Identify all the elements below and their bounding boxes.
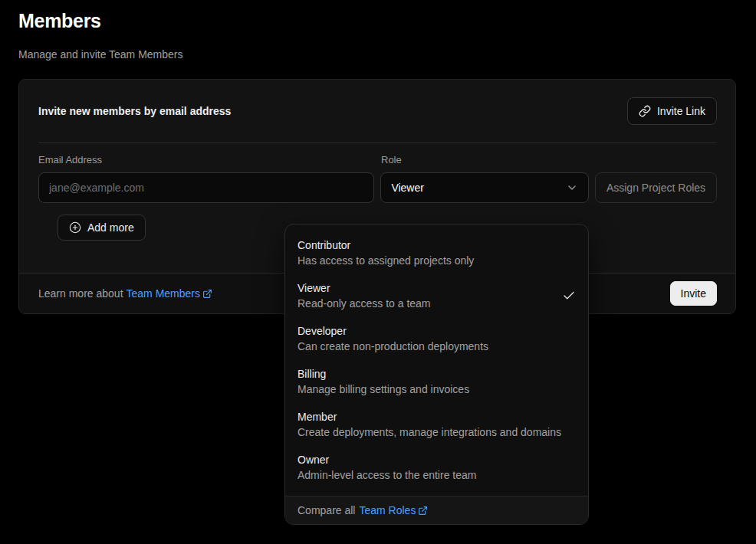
plus-circle-icon	[69, 221, 81, 234]
form-inputs: Viewer Assign Project Roles	[38, 172, 717, 203]
role-select[interactable]: Viewer	[380, 172, 589, 203]
role-option-description: Has access to assigned projects only	[297, 253, 474, 268]
role-option-viewer[interactable]: Viewer Read-only access to a team	[285, 274, 588, 317]
add-more-button[interactable]: Add more	[58, 215, 146, 241]
role-dropdown-list: Contributor Has access to assigned proje…	[285, 224, 588, 496]
external-link-icon	[418, 506, 428, 516]
add-more-label: Add more	[87, 221, 134, 234]
role-select-value: Viewer	[391, 182, 424, 194]
role-option-name: Member	[297, 409, 561, 424]
invite-link-button[interactable]: Invite Link	[627, 97, 717, 125]
assign-project-roles-button[interactable]: Assign Project Roles	[595, 172, 717, 203]
compare-all-text: Compare all	[297, 504, 355, 516]
role-option-owner[interactable]: Owner Admin-level access to the entire t…	[285, 446, 588, 489]
email-input[interactable]	[38, 172, 374, 203]
team-members-link-label: Team Members	[127, 287, 200, 300]
check-icon	[562, 289, 576, 303]
role-dropdown-footer: Compare all Team Roles	[285, 496, 588, 524]
invite-link-label: Invite Link	[657, 105, 705, 117]
external-link-icon	[202, 289, 212, 299]
email-label: Email Address	[38, 154, 375, 165]
role-option-developer[interactable]: Developer Can create non-production depl…	[285, 317, 588, 360]
page-title: Members	[18, 10, 101, 32]
learn-more-note: Learn more about Team Members	[38, 287, 212, 300]
role-option-member[interactable]: Member Create deployments, manage integr…	[285, 403, 588, 446]
role-option-description: Manage billing settings and invoices	[297, 382, 469, 397]
team-roles-link[interactable]: Team Roles	[359, 504, 428, 516]
role-option-name: Billing	[297, 366, 469, 382]
invite-card-header: Invite new members by email address Invi…	[19, 80, 735, 143]
link-icon	[639, 105, 651, 117]
role-option-name: Contributor	[297, 238, 474, 253]
team-members-link[interactable]: Team Members	[127, 287, 212, 300]
role-option-name: Developer	[297, 323, 488, 339]
role-dropdown-menu: Contributor Has access to assigned proje…	[284, 224, 589, 525]
team-roles-link-label: Team Roles	[359, 504, 416, 516]
role-option-name: Viewer	[297, 280, 431, 296]
role-option-description: Create deployments, manage integrations …	[297, 424, 561, 440]
invite-card-title: Invite new members by email address	[38, 105, 231, 117]
form-labels: Email Address Role	[38, 154, 717, 165]
members-page: Members Manage and invite Team Members I…	[0, 0, 756, 544]
invite-button[interactable]: Invite	[670, 281, 717, 306]
role-label: Role	[381, 154, 590, 165]
page-subtitle: Manage and invite Team Members	[18, 48, 183, 61]
role-option-name: Owner	[297, 452, 476, 467]
role-option-description: Admin-level access to the entire team	[297, 467, 476, 483]
role-option-contributor[interactable]: Contributor Has access to assigned proje…	[285, 231, 588, 274]
role-option-description: Read-only access to a team	[297, 296, 431, 311]
role-option-description: Can create non-production deployments	[297, 339, 488, 354]
role-option-billing[interactable]: Billing Manage billing settings and invo…	[285, 360, 588, 403]
learn-more-text: Learn more about	[38, 287, 123, 300]
chevron-down-icon	[566, 182, 578, 194]
